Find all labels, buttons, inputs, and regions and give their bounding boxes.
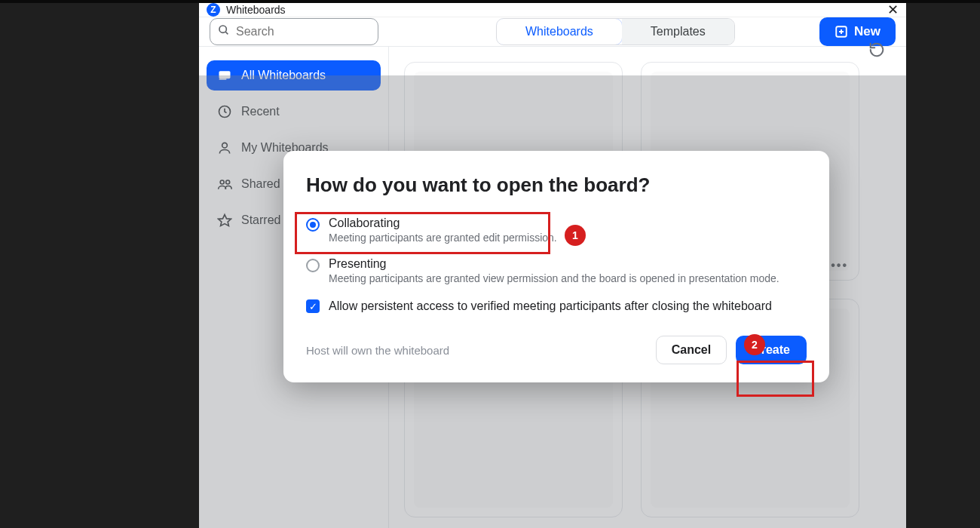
radio-body: Presenting Meeting participants are gran… [329,257,779,284]
radio-label: Collaborating [329,216,557,230]
titlebar: Z Whiteboards ✕ [199,3,906,17]
modal-footer: Host will own the whiteboard Cancel Crea… [306,336,807,364]
owner-note: Host will own the whiteboard [306,344,449,357]
radio-body: Collaborating Meeting participants are g… [329,216,557,244]
cancel-button[interactable]: Cancel [656,336,727,364]
svg-line-1 [225,32,228,34]
close-icon[interactable]: ✕ [887,2,899,18]
tab-whiteboards[interactable]: Whiteboards [496,18,623,45]
open-board-modal: How do you want to open the board? Colla… [283,151,829,382]
radio-collaborating[interactable]: Collaborating Meeting participants are g… [306,216,807,244]
search-icon [218,24,230,39]
search-input[interactable] [236,25,370,38]
create-button[interactable]: Create [736,336,807,364]
new-button-label: New [854,24,880,39]
search-box[interactable] [210,18,378,45]
radio-presenting[interactable]: Presenting Meeting participants are gran… [306,257,807,284]
checkbox-label: Allow persistent access to verified meet… [329,299,772,313]
radio-icon [306,259,320,272]
window-title: Whiteboards [226,4,286,16]
modal-title: How do you want to open the board? [306,173,807,197]
radio-description: Meeting participants are granted view pe… [329,272,779,284]
new-plus-icon [835,25,848,38]
checkbox-icon: ✓ [306,299,320,313]
radio-icon [306,218,320,232]
view-segmented-control: Whiteboards Templates [496,18,735,45]
tab-templates[interactable]: Templates [622,19,734,45]
svg-point-0 [219,26,226,32]
refresh-icon[interactable] [868,41,885,58]
persistent-access-checkbox[interactable]: ✓ Allow persistent access to verified me… [306,299,807,313]
radio-description: Meeting participants are granted edit pe… [329,232,557,244]
zoom-logo-icon: Z [207,3,220,17]
toolbar: Whiteboards Templates New [199,17,906,46]
radio-label: Presenting [329,257,779,271]
